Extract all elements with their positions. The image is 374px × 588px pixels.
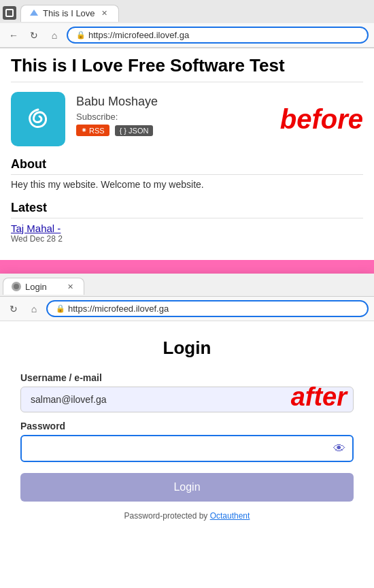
latest-heading: Latest xyxy=(11,201,363,218)
profile-name: Babu Moshaye xyxy=(76,95,269,109)
json-badge[interactable]: { } JSON xyxy=(115,125,154,136)
login-tab-bar: Login ✕ xyxy=(0,274,374,297)
site-title: This is I Love Free Software Test xyxy=(11,55,363,82)
login-address-bar[interactable]: 🔒 https://microfeed.ilovef.ga xyxy=(46,300,369,317)
tab-close-button[interactable]: ✕ xyxy=(99,8,110,19)
login-tab-title: Login xyxy=(25,282,47,292)
profile-section: Babu Moshaye Subscribe: ⁕ RSS { } JSON b… xyxy=(11,92,363,146)
article-title[interactable]: Taj Mahal - xyxy=(11,223,363,234)
json-label: { } xyxy=(120,127,129,135)
home-button[interactable]: ⌂ xyxy=(46,27,63,44)
rss-label: RSS xyxy=(89,127,105,135)
octauthent-link[interactable]: Octauthent xyxy=(210,511,250,521)
eye-icon[interactable]: 👁 xyxy=(333,442,345,456)
login-nav-bar: ↻ ⌂ 🔒 https://microfeed.ilovef.ga xyxy=(0,297,374,321)
username-field-wrapper: Username / e-mail after xyxy=(20,372,354,421)
svg-marker-0 xyxy=(30,10,38,16)
login-title: Login xyxy=(20,338,354,359)
subscribe-label: Subscribe: xyxy=(76,112,269,122)
login-tab-active[interactable]: Login ✕ xyxy=(3,278,84,295)
login-lock-icon: 🔒 xyxy=(56,304,65,313)
about-text: Hey this my website. Welcome to my websi… xyxy=(11,179,363,190)
browser-icon xyxy=(3,6,16,20)
password-field-wrapper: 👁 xyxy=(20,435,354,462)
tab-title: This is I Love xyxy=(43,8,95,18)
before-label: before xyxy=(280,104,363,135)
avatar xyxy=(11,92,65,146)
reload-button[interactable]: ↻ xyxy=(26,27,42,44)
article-item: Taj Mahal - Wed Dec 28 2 xyxy=(11,223,363,244)
login-tab-favicon xyxy=(12,282,21,291)
login-browser-window: Login ✕ ↻ ⌂ 🔒 https://microfeed.ilovef.g… xyxy=(0,274,374,541)
nav-bar: ← ↻ ⌂ 🔒 https://microfeed.ilovef.ga xyxy=(0,23,374,48)
login-back-button[interactable]: ↻ xyxy=(5,301,22,317)
address-bar[interactable]: 🔒 https://microfeed.ilovef.ga xyxy=(67,27,369,44)
tab-favicon xyxy=(29,9,39,18)
lock-icon: 🔒 xyxy=(76,31,86,39)
back-button[interactable]: ← xyxy=(5,27,22,44)
footer-text: Password-protected by Octauthent xyxy=(20,511,354,521)
page-content: This is I Love Free Software Test Babu M… xyxy=(0,48,374,255)
rss-icon: ⁕ xyxy=(81,126,87,135)
password-input[interactable] xyxy=(20,435,354,462)
browser-window-top: This is I Love ✕ ← ↻ ⌂ 🔒 https://microfe… xyxy=(0,0,374,48)
about-heading: About xyxy=(11,157,363,175)
subscribe-links: ⁕ RSS { } JSON xyxy=(76,125,269,136)
after-label: after xyxy=(291,382,347,411)
rss-badge[interactable]: ⁕ RSS xyxy=(76,125,109,136)
password-label: Password xyxy=(20,421,354,431)
login-home-button[interactable]: ⌂ xyxy=(26,301,42,317)
login-url-text: https://microfeed.ilovef.ga xyxy=(68,304,169,314)
tab-active[interactable]: This is I Love ✕ xyxy=(20,5,119,22)
login-button[interactable]: Login xyxy=(20,473,354,502)
url-text: https://microfeed.ilovef.ga xyxy=(88,30,189,40)
tab-bar: This is I Love ✕ xyxy=(0,0,374,23)
article-date: Wed Dec 28 2 xyxy=(11,234,363,244)
login-tab-close-button[interactable]: ✕ xyxy=(65,281,75,292)
profile-info: Babu Moshaye Subscribe: ⁕ RSS { } JSON xyxy=(76,92,269,136)
login-form: Login Username / e-mail after Password 👁… xyxy=(0,321,374,541)
